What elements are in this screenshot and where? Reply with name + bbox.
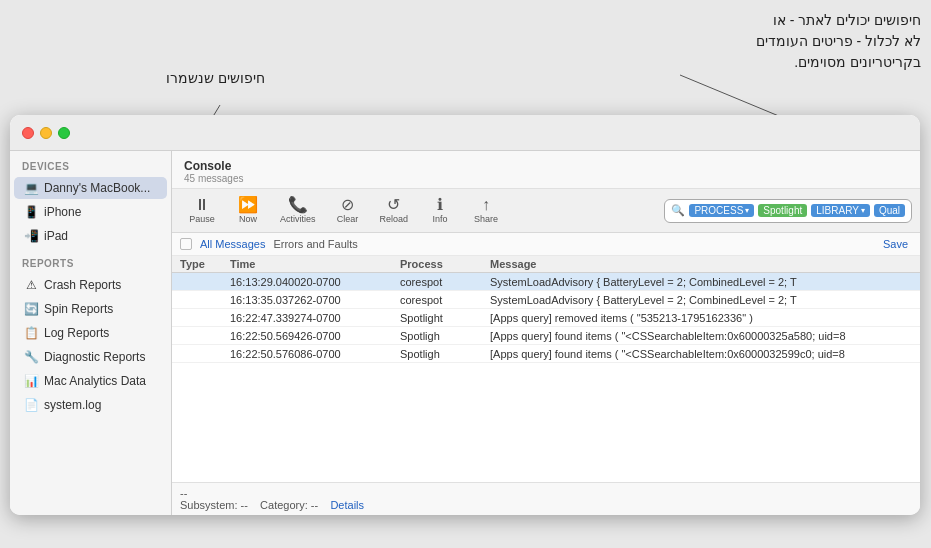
- table-row[interactable]: 16:13:29.040020-0700 corespot SystemLoad…: [172, 273, 920, 291]
- all-messages-filter[interactable]: All Messages: [200, 238, 265, 250]
- row-time: 16:22:50.569426-0700: [230, 330, 400, 342]
- chevron-down-icon-2: ▾: [861, 206, 865, 215]
- ipad-icon: 📲: [24, 229, 38, 243]
- console-title: Console: [184, 159, 908, 173]
- save-button[interactable]: Save: [879, 237, 912, 251]
- clear-icon: ⊘: [341, 197, 354, 213]
- traffic-lights: [22, 127, 70, 139]
- maximize-button[interactable]: [58, 127, 70, 139]
- main-panel: Console 45 messages ⏸ Pause ⏩ Now 📞 Acti…: [172, 151, 920, 515]
- crash-reports-icon: ⚠: [24, 278, 38, 292]
- sidebar-item-mac-analytics[interactable]: 📊 Mac Analytics Data: [14, 370, 167, 392]
- search-filter-spotlight[interactable]: Spotlight: [758, 204, 807, 217]
- annotation-left: חיפושים שנשמרו: [105, 68, 265, 89]
- table-row[interactable]: 16:22:50.576086-0700 Spotligh [Apps quer…: [172, 345, 920, 363]
- search-filter-qual-label: Qual: [879, 205, 900, 216]
- activities-label: Activities: [280, 214, 316, 224]
- sidebar-item-spin-label: Spin Reports: [44, 302, 113, 316]
- status-bar: -- Subsystem: -- Category: -- Details: [172, 482, 920, 515]
- filter-checkbox[interactable]: [180, 238, 192, 250]
- table-row[interactable]: 16:22:50.569426-0700 Spotligh [Apps quer…: [172, 327, 920, 345]
- sidebar-item-system-log[interactable]: 📄 system.log: [14, 394, 167, 416]
- sidebar-item-iphone[interactable]: 📱 iPhone: [14, 201, 167, 223]
- search-filter-library[interactable]: LIBRARY ▾: [811, 204, 870, 217]
- sidebar-item-diagnostic-reports[interactable]: 🔧 Diagnostic Reports: [14, 346, 167, 368]
- now-icon: ⏩: [238, 197, 258, 213]
- toolbar: ⏸ Pause ⏩ Now 📞 Activities ⊘ Clear ↺: [172, 189, 920, 233]
- search-filter-qual[interactable]: Qual: [874, 204, 905, 217]
- sidebar: Devices 💻 Danny's MacBook... 📱 iPhone 📲 …: [10, 151, 172, 515]
- console-window: Devices 💻 Danny's MacBook... 📱 iPhone 📲 …: [10, 115, 920, 515]
- info-icon: ℹ: [437, 197, 443, 213]
- pause-icon: ⏸: [194, 197, 210, 213]
- row-message: [Apps query] found items ( "<CSSearchabl…: [490, 348, 912, 360]
- status-category: Category: --: [260, 499, 318, 511]
- row-message: SystemLoadAdvisory { BatteryLevel = 2; C…: [490, 276, 912, 288]
- search-filter-library-label: LIBRARY: [816, 205, 859, 216]
- clear-button[interactable]: ⊘ Clear: [326, 195, 370, 226]
- search-bar[interactable]: 🔍 PROCESS ▾ Spotlight LIBRARY ▾ Qual: [664, 199, 912, 223]
- info-button[interactable]: ℹ Info: [418, 195, 462, 226]
- log-reports-icon: 📋: [24, 326, 38, 340]
- close-button[interactable]: [22, 127, 34, 139]
- details-link[interactable]: Details: [330, 499, 364, 511]
- status-subsystem: Subsystem: --: [180, 499, 248, 511]
- row-time: 16:13:29.040020-0700: [230, 276, 400, 288]
- titlebar: [10, 115, 920, 151]
- row-time: 16:22:50.576086-0700: [230, 348, 400, 360]
- row-message: [Apps query] removed items ( "535213-179…: [490, 312, 912, 324]
- console-header: Console 45 messages: [172, 151, 920, 189]
- iphone-icon: 📱: [24, 205, 38, 219]
- devices-section-label: Devices: [10, 151, 171, 176]
- sidebar-item-analytics-label: Mac Analytics Data: [44, 374, 146, 388]
- spin-reports-icon: 🔄: [24, 302, 38, 316]
- row-message: SystemLoadAdvisory { BatteryLevel = 2; C…: [490, 294, 912, 306]
- search-icon: 🔍: [671, 204, 685, 217]
- sidebar-item-log-reports[interactable]: 📋 Log Reports: [14, 322, 167, 344]
- console-subtitle: 45 messages: [184, 173, 908, 184]
- table-row[interactable]: 16:13:35.037262-0700 corespot SystemLoad…: [172, 291, 920, 309]
- row-process: Spotligh: [400, 330, 490, 342]
- sidebar-item-ipad[interactable]: 📲 iPad: [14, 225, 167, 247]
- col-process: Process: [400, 258, 490, 270]
- sidebar-item-spin-reports[interactable]: 🔄 Spin Reports: [14, 298, 167, 320]
- col-message: Message: [490, 258, 912, 270]
- log-table: Type Time Process Message 16:13:29.04002…: [172, 256, 920, 482]
- search-filter-spotlight-label: Spotlight: [763, 205, 802, 216]
- pause-button[interactable]: ⏸ Pause: [180, 195, 224, 226]
- filter-bar: All Messages Errors and Faults Save: [172, 233, 920, 256]
- sidebar-item-crash-reports[interactable]: ⚠ Crash Reports: [14, 274, 167, 296]
- activities-button[interactable]: 📞 Activities: [272, 195, 324, 226]
- row-process: corespot: [400, 294, 490, 306]
- clear-label: Clear: [337, 214, 359, 224]
- pause-label: Pause: [189, 214, 215, 224]
- row-message: [Apps query] found items ( "<CSSearchabl…: [490, 330, 912, 342]
- reports-section-label: Reports: [10, 248, 171, 273]
- annotation-top-right: חיפושים יכולים לאתר - או לא לכלול - פריט…: [601, 10, 921, 73]
- table-row[interactable]: 16:22:47.339274-0700 Spotlight [Apps que…: [172, 309, 920, 327]
- sidebar-item-log-label: Log Reports: [44, 326, 109, 340]
- share-label: Share: [474, 214, 498, 224]
- row-time: 16:13:35.037262-0700: [230, 294, 400, 306]
- info-label: Info: [433, 214, 448, 224]
- activities-icon: 📞: [288, 197, 308, 213]
- reload-button[interactable]: ↺ Reload: [372, 195, 417, 226]
- col-type: Type: [180, 258, 230, 270]
- macbook-icon: 💻: [24, 181, 38, 195]
- reload-label: Reload: [380, 214, 409, 224]
- reload-icon: ↺: [387, 197, 400, 213]
- minimize-button[interactable]: [40, 127, 52, 139]
- system-log-icon: 📄: [24, 398, 38, 412]
- sidebar-item-syslog-label: system.log: [44, 398, 101, 412]
- row-time: 16:22:47.339274-0700: [230, 312, 400, 324]
- sidebar-item-macbook[interactable]: 💻 Danny's MacBook...: [14, 177, 167, 199]
- now-button[interactable]: ⏩ Now: [226, 195, 270, 226]
- errors-faults-filter[interactable]: Errors and Faults: [273, 238, 357, 250]
- status-dashes: --: [180, 487, 187, 499]
- row-process: Spotlight: [400, 312, 490, 324]
- table-header: Type Time Process Message: [172, 256, 920, 273]
- analytics-icon: 📊: [24, 374, 38, 388]
- chevron-down-icon: ▾: [745, 206, 749, 215]
- search-filter-process[interactable]: PROCESS ▾: [689, 204, 754, 217]
- share-button[interactable]: ↑ Share: [464, 195, 508, 226]
